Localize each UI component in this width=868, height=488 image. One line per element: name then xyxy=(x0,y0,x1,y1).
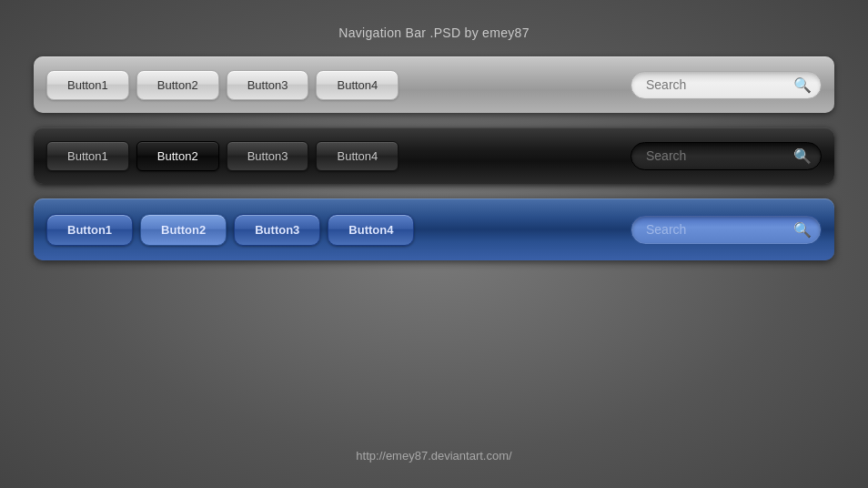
light-search-input[interactable] xyxy=(646,77,793,92)
dark-button-4[interactable]: Button4 xyxy=(316,141,399,171)
blue-button-3[interactable]: Button3 xyxy=(234,214,320,246)
blue-search-wrap: 🔍 xyxy=(631,215,822,245)
light-button-4[interactable]: Button4 xyxy=(316,70,399,100)
navbar-dark: Button1 Button2 Button3 Button4 🔍 xyxy=(34,127,834,184)
light-button-3[interactable]: Button3 xyxy=(227,70,309,100)
page-title: Navigation Bar .PSD by emey87 xyxy=(338,25,529,40)
dark-button-1[interactable]: Button1 xyxy=(46,141,129,171)
light-button-2[interactable]: Button2 xyxy=(136,70,219,100)
dark-search-input[interactable] xyxy=(646,148,793,163)
dark-search-icon[interactable]: 🔍 xyxy=(793,147,812,165)
blue-nav-buttons: Button1 Button2 Button3 Button4 xyxy=(46,214,623,246)
light-search-icon[interactable]: 🔍 xyxy=(793,76,812,94)
light-search-wrap: 🔍 xyxy=(631,71,822,99)
footer-link[interactable]: http://emey87.deviantart.com/ xyxy=(356,449,511,463)
light-button-1[interactable]: Button1 xyxy=(46,70,129,100)
dark-button-3[interactable]: Button3 xyxy=(227,141,309,171)
dark-button-2[interactable]: Button2 xyxy=(136,141,219,171)
blue-button-1[interactable]: Button1 xyxy=(46,214,133,246)
navbar-light: Button1 Button2 Button3 Button4 🔍 xyxy=(34,56,834,113)
dark-search-wrap: 🔍 xyxy=(631,142,822,170)
dark-nav-buttons: Button1 Button2 Button3 Button4 xyxy=(46,141,623,171)
blue-search-input[interactable] xyxy=(646,222,793,237)
navbar-blue: Button1 Button2 Button3 Button4 🔍 xyxy=(34,198,834,260)
light-nav-buttons: Button1 Button2 Button3 Button4 xyxy=(46,70,623,100)
blue-search-icon[interactable]: 🔍 xyxy=(793,221,812,239)
blue-button-4[interactable]: Button4 xyxy=(328,214,414,246)
blue-button-2[interactable]: Button2 xyxy=(140,214,227,246)
